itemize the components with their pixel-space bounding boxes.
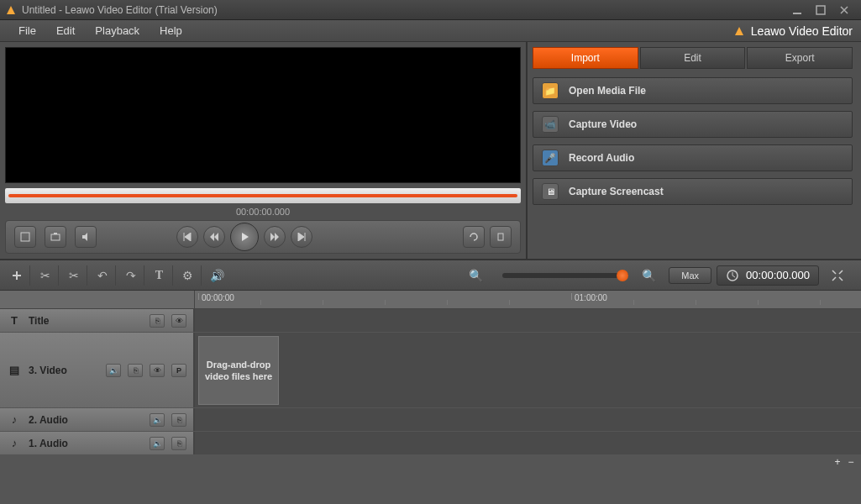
audio-rec-button[interactable]: 🔊 [208, 265, 230, 286]
track-title-link-button[interactable]: ⎘ [150, 314, 165, 328]
zoom-slider[interactable] [502, 273, 628, 278]
open-media-label: Open Media File [569, 85, 646, 97]
timeline-ruler[interactable]: 00:00:00 01:00:00 [0, 291, 861, 309]
screen-icon: 🖥 [542, 183, 559, 200]
playback-slider[interactable] [5, 188, 521, 203]
track-video-label: 3. Video [29, 365, 99, 376]
track-audio-1-mute-button[interactable]: 🔈 [150, 437, 165, 450]
track-video-link-button[interactable]: ⎘ [128, 364, 143, 377]
maximize-button[interactable] [809, 3, 832, 18]
app-logo-icon [5, 4, 17, 16]
rewind-button[interactable] [203, 226, 225, 248]
side-panel: Import Edit Export 📁 Open Media File 📹 C… [528, 42, 861, 259]
track-audio-2-mute-button[interactable]: 🔈 [150, 413, 165, 427]
titlebar: Untitled - Leawo Video Editor (Trial Ver… [0, 0, 861, 20]
menu-file[interactable]: File [8, 24, 46, 37]
skip-start-button[interactable] [176, 226, 198, 248]
marker-button[interactable] [490, 226, 512, 248]
track-audio-2-header[interactable]: ♪ 2. Audio 🔈 ⎘ [0, 408, 195, 431]
track-title-header[interactable]: T Title ⎘ 👁 [0, 309, 195, 332]
svg-rect-0 [793, 13, 801, 14]
add-track-button[interactable]: + [832, 457, 843, 467]
window-title: Untitled - Leawo Video Editor (Trial Ver… [22, 4, 785, 16]
max-button[interactable]: Max [669, 267, 711, 284]
loop-button[interactable] [463, 226, 485, 248]
menu-help[interactable]: Help [150, 24, 192, 37]
timeline-time: 00:00:00.000 [717, 265, 819, 286]
zoom-in-button[interactable]: 🔍 [467, 265, 489, 286]
cut-button[interactable]: ✂ [37, 265, 59, 286]
ruler-tick-1h: 01:00:00 [571, 293, 607, 300]
fullscreen-button[interactable] [14, 226, 36, 248]
timeline-toolbar: ✂ ✂ ↶ ↷ T ⚙ 🔊 🔍 🔍 Max 00:00:00.000 [0, 260, 861, 291]
remove-track-button[interactable]: − [846, 457, 856, 467]
track-title-eye-button[interactable]: 👁 [171, 314, 186, 328]
track-audio-2-label: 2. Audio [29, 414, 143, 426]
preview-timecode: 00:00:00.000 [5, 203, 521, 220]
track-video-mute-button[interactable]: 🔈 [106, 364, 121, 377]
audio-track-icon: ♪ [7, 436, 22, 451]
zoom-out-button[interactable]: 🔍 [640, 265, 662, 286]
skip-end-button[interactable] [291, 226, 312, 248]
volume-button[interactable] [75, 226, 97, 248]
close-button[interactable] [832, 3, 856, 18]
capture-screencast-label: Capture Screencast [569, 186, 664, 197]
brand-text: Leawo Video Editor [751, 24, 853, 38]
capture-screencast-button[interactable]: 🖥 Capture Screencast [533, 178, 853, 205]
effects-button[interactable]: ⚙ [180, 265, 202, 286]
clock-icon [726, 269, 739, 282]
bottom-bar: + − [0, 455, 861, 469]
svg-rect-1 [816, 6, 825, 14]
svg-rect-3 [51, 234, 60, 240]
audio-track-icon: ♪ [7, 412, 22, 428]
track-audio-1-header[interactable]: ♪ 1. Audio 🔈 ⎘ [0, 432, 195, 454]
redo-button[interactable]: ↷ [123, 265, 144, 286]
title-track-icon: T [7, 313, 22, 328]
svg-rect-4 [54, 233, 57, 234]
tab-export[interactable]: Export [747, 47, 853, 69]
undo-button[interactable]: ↶ [94, 265, 116, 286]
forward-button[interactable] [264, 226, 286, 248]
menubar: File Edit Playback Help Leawo Video Edit… [0, 20, 861, 42]
menu-edit[interactable]: Edit [46, 24, 85, 37]
track-video-p-button[interactable]: P [171, 364, 186, 377]
preview-screen[interactable] [5, 47, 521, 183]
track-video-header[interactable]: ▤ 3. Video 🔈 ⎘ 👁 P [0, 333, 195, 407]
brand-label: Leawo Video Editor [732, 24, 853, 38]
preview-panel: 00:00:00.000 [0, 42, 528, 259]
capture-video-button[interactable]: 📹 Capture Video [533, 111, 853, 138]
text-button[interactable]: T [151, 265, 173, 286]
track-audio-2-content[interactable] [195, 408, 861, 431]
camera-icon: 📹 [542, 116, 559, 133]
snapshot-button[interactable] [45, 226, 66, 248]
minimize-button[interactable] [785, 3, 809, 18]
brand-icon [732, 24, 746, 38]
track-audio-1-label: 1. Audio [29, 438, 143, 449]
split-button[interactable]: ✂ [66, 265, 87, 286]
track-audio-1-link-button[interactable]: ⎘ [171, 437, 186, 450]
video-dropzone[interactable]: Drag-and-drop video files here [198, 336, 279, 405]
expand-button[interactable] [829, 265, 851, 286]
menu-playback[interactable]: Playback [85, 24, 150, 37]
timeline: 00:00:00 01:00:00 T Title ⎘ 👁 ▤ 3. Video… [0, 291, 861, 455]
add-button[interactable] [8, 265, 30, 286]
transport-controls [5, 220, 521, 254]
tab-import[interactable]: Import [533, 47, 638, 69]
track-audio-2-link-button[interactable]: ⎘ [171, 413, 186, 427]
capture-video-label: Capture Video [569, 118, 637, 130]
track-audio-2: ♪ 2. Audio 🔈 ⎘ [0, 408, 861, 432]
tab-edit[interactable]: Edit [640, 47, 746, 69]
video-track-icon: ▤ [7, 363, 22, 378]
track-audio-1-content[interactable] [195, 432, 861, 454]
svg-rect-2 [21, 233, 29, 241]
track-video-eye-button[interactable]: 👁 [150, 364, 165, 377]
track-video-content[interactable]: Drag-and-drop video files here [195, 333, 861, 407]
record-audio-button[interactable]: 🎤 Record Audio [533, 144, 853, 171]
folder-icon: 📁 [542, 82, 559, 99]
play-button[interactable] [230, 223, 259, 251]
tab-row: Import Edit Export [533, 47, 853, 69]
record-audio-label: Record Audio [569, 152, 634, 164]
track-title-content[interactable] [195, 309, 861, 332]
svg-rect-5 [498, 234, 503, 240]
open-media-file-button[interactable]: 📁 Open Media File [533, 77, 853, 104]
